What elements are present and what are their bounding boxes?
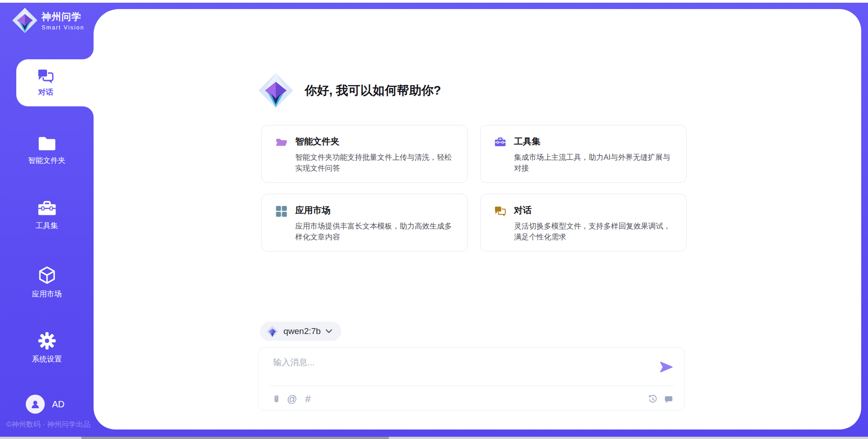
person-icon: [30, 399, 41, 410]
chevron-down-icon: [326, 329, 332, 334]
scrollbar-thumb[interactable]: [81, 437, 389, 439]
sidebar-item-label: 智能文件夹: [28, 156, 66, 166]
gem-logo-icon: [266, 325, 278, 338]
sidebar-active-tab: 对话: [16, 59, 95, 106]
card-description: 应用市场提供丰富长文本模板，助力高效生成多样化文章内容: [295, 220, 458, 242]
card-smart-folder[interactable]: 智能文件夹 智能文件夹功能支持批量文件上传与清洗，轻松实现文件问答: [261, 125, 468, 183]
card-title: 应用市场: [295, 204, 458, 216]
card-chat[interactable]: 对话 灵活切换多模型文件，支持多样回复效果调试，满足个性化需求: [480, 194, 687, 252]
brand-logo: 神州问学 Smart Vision: [12, 7, 85, 33]
gear-icon: [38, 331, 57, 350]
avatar: [26, 395, 45, 414]
card-toolset[interactable]: 工具集 集成市场上主流工具，助力AI与外界无缝扩展与对接: [480, 125, 687, 183]
model-name: qwen2:7b: [283, 326, 321, 336]
card-description: 智能文件夹功能支持批量文件上传与清洗，轻松实现文件问答: [295, 152, 458, 173]
chat-bubbles-icon: [37, 68, 54, 84]
composer-divider: [269, 386, 675, 386]
sidebar-item-app-market[interactable]: 应用市场: [11, 265, 82, 299]
send-icon[interactable]: [659, 360, 674, 374]
card-body: 应用市场 应用市场提供丰富长文本模板，助力高效生成多样化文章内容: [295, 204, 458, 251]
sidebar-item-smart-folder[interactable]: 智能文件夹: [11, 135, 82, 166]
card-description: 灵活切换多模型文件，支持多样回复效果调试，满足个性化需求: [514, 220, 677, 242]
card-body: 工具集 集成市场上主流工具，助力AI与外界无缝扩展与对接: [514, 135, 677, 182]
card-description: 集成市场上主流工具，助力AI与外界无缝扩展与对接: [514, 152, 677, 173]
message-composer: @ #: [258, 347, 685, 411]
folder-open-icon: [275, 137, 288, 147]
user-name: AD: [52, 399, 65, 410]
sidebar-item-label: 应用市场: [32, 289, 62, 299]
brand-name: 神州问学: [42, 10, 85, 23]
greeting: 你好, 我可以如何帮助你?: [258, 71, 441, 110]
attachment-icon[interactable]: [270, 393, 282, 405]
sidebar: 神州问学 Smart Vision 对话 智能文件夹: [0, 3, 94, 437]
sidebar-item-chat[interactable]: 对话: [16, 59, 75, 106]
sidebar-item-toolset[interactable]: 工具集: [11, 200, 82, 231]
sidebar-item-label: 工具集: [36, 221, 58, 231]
composer-toolbar: @ #: [270, 391, 675, 407]
card-title: 对话: [514, 204, 677, 216]
tab-fillet-bottom: [83, 106, 94, 117]
feature-cards: 智能文件夹 智能文件夹功能支持批量文件上传与清洗，轻松实现文件问答 工具集 集成…: [261, 125, 687, 252]
card-body: 对话 灵活切换多模型文件，支持多样回复效果调试，满足个性化需求: [514, 204, 677, 251]
history-icon[interactable]: [647, 393, 659, 405]
message-input[interactable]: [273, 357, 653, 383]
sidebar-item-settings[interactable]: 系统设置: [11, 331, 82, 364]
tab-fillet-top: [83, 48, 94, 59]
cube-icon: [38, 265, 57, 285]
brand-subtitle: Smart Vision: [42, 24, 85, 31]
toolbox-icon: [37, 200, 57, 217]
app-window: 神州问学 Smart Vision 对话 智能文件夹: [0, 0, 868, 439]
sidebar-item-label: 系统设置: [32, 354, 62, 364]
app-grid-icon: [275, 205, 288, 217]
sidebar-item-label: 对话: [38, 87, 53, 97]
mention-icon[interactable]: @: [286, 393, 298, 405]
sidebar-footer: ©神州数码 · 神州问学出品: [6, 420, 92, 429]
gem-logo-icon: [258, 71, 294, 110]
chat-bubble-icon[interactable]: [663, 393, 675, 405]
brand-text: 神州问学 Smart Vision: [42, 10, 85, 31]
card-title: 智能文件夹: [295, 135, 458, 148]
gem-logo-icon: [12, 7, 38, 33]
card-body: 智能文件夹 智能文件夹功能支持批量文件上传与清洗，轻松实现文件问答: [295, 135, 458, 182]
toolbox-icon: [494, 137, 506, 148]
hashtag-icon[interactable]: #: [302, 393, 314, 405]
card-app-market[interactable]: 应用市场 应用市场提供丰富长文本模板，助力高效生成多样化文章内容: [261, 194, 468, 252]
model-selector[interactable]: qwen2:7b: [260, 322, 341, 341]
card-title: 工具集: [514, 135, 677, 148]
user-profile[interactable]: AD: [26, 395, 65, 414]
greeting-text: 你好, 我可以如何帮助你?: [305, 82, 441, 99]
chat-bubbles-icon: [494, 205, 506, 217]
horizontal-scrollbar[interactable]: [0, 437, 868, 439]
folder-icon: [37, 135, 57, 152]
